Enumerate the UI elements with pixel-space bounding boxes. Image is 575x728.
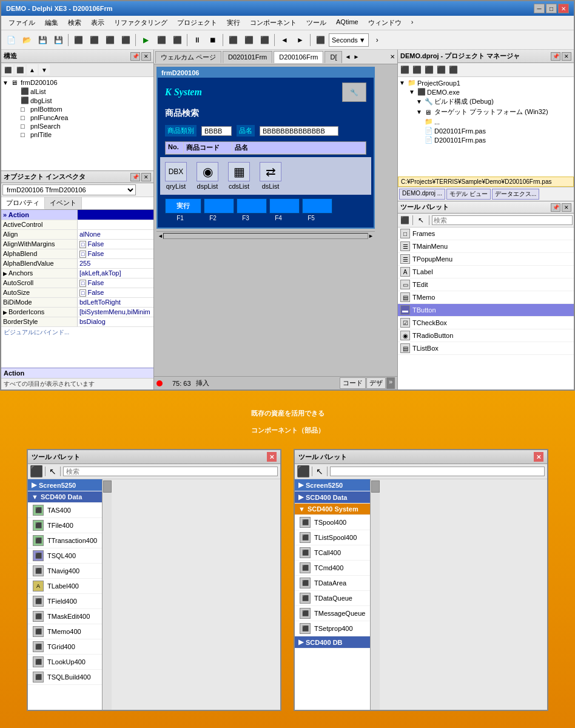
pw1-cursor[interactable]: ↖	[48, 465, 58, 477]
pm-tree-target[interactable]: ▼ 🖥 ターゲット プラットフォーム (Win32)	[399, 107, 573, 117]
pw2-search[interactable]	[330, 467, 545, 476]
tp-item-tedit[interactable]: ▭ TEdit	[398, 278, 574, 291]
tree-item-root[interactable]: ▼ 🖥 frmD200106	[2, 78, 152, 87]
tp-item-tbutton[interactable]: ▬ TButton	[398, 304, 574, 317]
tab-nav-left[interactable]: ◄	[343, 52, 352, 61]
tab-d200106frm[interactable]: D200106Frm	[274, 51, 323, 63]
prop-bordericons[interactable]: ▶BorderIcons [biSystemMenu,biMinim	[1, 307, 153, 317]
pw1-item-tsql400[interactable]: ⬛ TSQL400	[28, 548, 102, 564]
pw1-item-tgrid400[interactable]: ⬛ TGrid400	[28, 639, 102, 655]
prop-alphablendvalue[interactable]: AlphaBlendValue 255	[1, 258, 153, 268]
prop-alphablend[interactable]: AlphaBlend □False	[1, 249, 153, 258]
menu-aqtime[interactable]: AQtime	[331, 17, 363, 29]
toolbar-btn7[interactable]: ⬛	[226, 33, 240, 47]
pw1-item-tlookup400[interactable]: ⬛ TLookUp400	[28, 655, 102, 670]
status-tab-code[interactable]: コード	[340, 377, 366, 389]
stop-button[interactable]: ⏹	[206, 33, 220, 47]
prop-alignwithmargins[interactable]: AlignWithMargins □False	[1, 239, 153, 249]
tab-nav-right[interactable]: ►	[352, 52, 360, 61]
prop-borderstyle[interactable]: BorderStyle bsDialog	[1, 317, 153, 326]
toolbar-btn4[interactable]: ⬛	[118, 33, 133, 47]
pm-tree-d200101[interactable]: 📄 D200101Frm.pas	[399, 135, 573, 144]
prop-value-activecontrol[interactable]	[78, 220, 154, 229]
close-button[interactable]: ✕	[558, 4, 569, 13]
pm-pin[interactable]: 📌	[551, 52, 560, 61]
pause-button[interactable]: ⏸	[190, 33, 204, 47]
pw2-item-tcmd400[interactable]: ⬛ TCmd400	[295, 561, 370, 576]
field2-input[interactable]	[260, 126, 338, 136]
struct-down[interactable]: ▼	[39, 64, 50, 75]
tp-item-tpopupmenu[interactable]: ☰ TPopupMenu	[398, 253, 574, 266]
pw1-item-tsqlbuild400[interactable]: ⬛ TSQLBuild400	[28, 670, 102, 685]
expand-target[interactable]: ▼	[416, 109, 423, 115]
tree-item-pnlsearch[interactable]: □ pnlSearch	[2, 122, 152, 130]
prop-anchors[interactable]: ▶Anchors [akLeft,akTop]	[1, 268, 153, 278]
prop-activecontrol[interactable]: ActiveControl	[1, 220, 153, 229]
btn-f3[interactable]	[237, 198, 267, 214]
tab-properties[interactable]: プロパティ	[1, 197, 45, 209]
prop-value-alignwithmargins[interactable]: □False	[78, 239, 154, 249]
object-selector[interactable]: frmD200106 TfrmD200106	[2, 184, 136, 195]
tp-item-tradiobutton[interactable]: ◉ TRadioButton	[398, 329, 574, 342]
expand-projectgroup[interactable]: ▼	[399, 79, 406, 86]
btn-f4[interactable]	[269, 198, 300, 214]
menu-window[interactable]: ウィンドウ	[363, 17, 406, 29]
status-tab-design[interactable]: デザ	[366, 377, 386, 389]
menu-more[interactable]: ›	[406, 17, 419, 29]
menu-view[interactable]: 表示	[86, 17, 109, 29]
tree-item-allist[interactable]: ⬛ alList	[2, 87, 152, 96]
pw2-item-tsetprop400[interactable]: ⬛ TSetprop400	[295, 621, 370, 636]
tree-item-pnlfuncarea[interactable]: □ pnlFuncArea	[2, 113, 152, 122]
pw1-item-tmemo400[interactable]: ⬛ TMemo400	[28, 624, 102, 639]
toolbar-btn8[interactable]: ⬛	[241, 33, 256, 47]
toolbar-end[interactable]: ›	[370, 33, 385, 47]
tree-item-pnltitle[interactable]: □ pnlTitle	[2, 130, 152, 139]
pw2-cat-screen5250[interactable]: ▶ Screen5250	[295, 479, 370, 491]
visual-bind-link[interactable]: ビジュアルにバインド...	[1, 327, 153, 338]
run-button[interactable]: ▶	[138, 33, 153, 47]
pw1-scroll-thumb[interactable]	[103, 480, 112, 493]
prop-value-bidimode[interactable]: bdLeftToRight	[78, 297, 154, 307]
toolbar-btn10[interactable]: ⬛	[313, 33, 328, 47]
pm-tool3[interactable]: ⬛	[423, 64, 434, 75]
pw1-close[interactable]: ✕	[267, 452, 277, 462]
pw2-item-tspool400[interactable]: ⬛ TSpool400	[295, 515, 370, 530]
pw1-search[interactable]	[63, 467, 278, 476]
prop-value-autosize[interactable]: □False	[78, 288, 154, 297]
menu-search[interactable]: 検索	[63, 17, 86, 29]
pw2-cursor[interactable]: ↖	[315, 465, 324, 477]
tp-item-tmainmenu[interactable]: ☰ TMainMenu	[398, 240, 574, 253]
pw2-cat-scd400data[interactable]: ▶ SCD400 Data	[295, 491, 370, 504]
tree-item-dbglist[interactable]: ⬛ dbgList	[2, 96, 152, 105]
field1-input[interactable]	[201, 126, 232, 136]
forward-button[interactable]: ►	[293, 33, 308, 47]
menu-tools[interactable]: ツール	[301, 17, 331, 29]
prop-align[interactable]: Align alNone	[1, 229, 153, 239]
prop-bidimode[interactable]: BiDiMode bdLeftToRight	[1, 297, 153, 307]
toolbar-btn9[interactable]: ⬛	[257, 33, 272, 47]
tab-close-area[interactable]: ✕	[389, 52, 396, 61]
pw1-cat-screen5250[interactable]: ▶ Screen5250	[28, 479, 102, 491]
prop-value-anchors[interactable]: [akLeft,akTop]	[78, 268, 154, 278]
pw2-item-tmessagequeue[interactable]: ⬛ TMessageQueue	[295, 606, 370, 621]
status-expand[interactable]: »	[386, 377, 395, 389]
prop-value-action[interactable]	[78, 210, 154, 220]
tp-item-tmemo[interactable]: ▤ TMemo	[398, 291, 574, 304]
structure-close-btn[interactable]: ✕	[141, 52, 151, 61]
toolbar-btn5[interactable]: ⬛	[154, 33, 169, 47]
pw1-cat-scd400data[interactable]: ▼ SCD400 Data	[28, 491, 102, 503]
prop-value-alphablendvalue[interactable]: 255	[78, 258, 154, 268]
pw2-scrollbar[interactable]	[370, 479, 380, 710]
tp-pin[interactable]: 📌	[551, 203, 560, 212]
expand-build[interactable]: ▼	[416, 98, 423, 105]
pm-tree-build[interactable]: ▼ 🔧 ビルド構成 (Debug)	[399, 96, 573, 107]
open-button[interactable]: 📂	[19, 33, 34, 47]
tp-tool1[interactable]: ⬛	[399, 215, 410, 226]
save-button[interactable]: 💾	[35, 33, 50, 47]
new-button[interactable]: 📄	[4, 33, 18, 47]
toolbar-btn2[interactable]: ⬛	[87, 33, 101, 47]
pm-tool5[interactable]: ⬛	[448, 64, 459, 75]
prop-value-bordericons[interactable]: [biSystemMenu,biMinim	[78, 307, 154, 317]
maximize-button[interactable]: □	[546, 4, 557, 13]
menu-file[interactable]: ファイル	[4, 17, 40, 29]
